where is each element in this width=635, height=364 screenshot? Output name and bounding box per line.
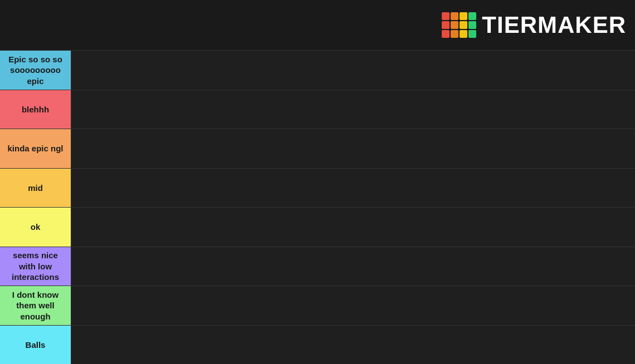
logo-cell [460,21,467,29]
tier-content [71,169,635,208]
tier-content [71,51,635,90]
tier-row: Balls [0,326,635,365]
logo-cell [442,30,450,38]
tier-row: seems nice with low interactions [0,247,635,287]
logo-cell [451,12,458,20]
logo-cell [442,12,450,20]
logo-container: TiERMAKER [442,12,626,38]
tier-content [71,129,635,168]
logo-cell [468,12,476,20]
maker-text: MAKER [538,12,626,38]
tier-label: Epic so so so sooooooooo epic [0,51,71,90]
logo-grid [442,12,476,38]
tier-row: I dont know them well enough [0,286,635,326]
logo-cell [451,30,458,38]
logo-text: TiERMAKER [482,12,626,38]
tier-row: blehhh [0,90,635,130]
logo-cell [460,12,467,20]
tier-content [71,286,635,325]
tier-content [71,208,635,247]
tier-label: blehhh [0,90,71,129]
tier-label: ok [0,208,71,247]
logo-cell [442,21,450,29]
page-wrapper: TiERMAKER Epic so so so sooooooooo epicb… [0,0,635,364]
logo-cell [468,30,476,38]
logo-cell [451,21,458,29]
tier-label: kinda epic ngl [0,129,71,168]
tier-label: mid [0,169,71,208]
tier-row: mid [0,169,635,208]
tier-label: I dont know them well enough [0,286,71,325]
tier-content [71,90,635,129]
tier-content [71,247,635,286]
logo-cell [460,30,467,38]
tier-label: seems nice with low interactions [0,247,71,286]
tier-table: Epic so so so sooooooooo epicblehhhkinda… [0,50,635,364]
tier-row: kinda epic ngl [0,129,635,169]
tier-row: Epic so so so sooooooooo epic [0,51,635,90]
tier-text: TiER [482,12,538,38]
logo-cell [468,21,476,29]
tier-row: ok [0,208,635,247]
header: TiERMAKER [0,0,635,50]
tier-label: Balls [0,326,71,365]
tier-content [71,326,635,365]
